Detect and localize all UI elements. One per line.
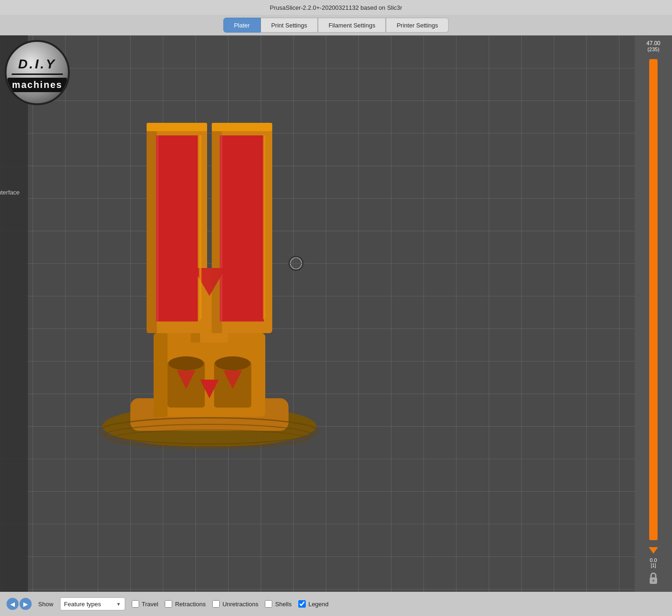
retractions-label: Retractions: [175, 601, 206, 608]
svg-rect-24: [147, 123, 207, 131]
nav-prev-button[interactable]: ◀: [7, 598, 19, 610]
ruler-bottom-value: 0.0: [650, 557, 657, 563]
svg-rect-22: [220, 135, 264, 321]
legend-checkbox-group: Legend: [298, 600, 329, 608]
svg-rect-19: [156, 135, 159, 321]
feature-types-label: Feature types: [64, 601, 114, 608]
ruler-top-sub: (235): [647, 47, 659, 52]
shells-checkbox-group: Shells: [265, 600, 291, 608]
svg-rect-23: [220, 135, 222, 321]
logo-machines-text: machines: [12, 80, 62, 90]
ruler-top-value: 47.00: [646, 40, 660, 47]
navigation-arrows: ◀ ▶: [7, 598, 32, 610]
svg-point-10: [215, 356, 250, 370]
svg-rect-25: [212, 123, 272, 131]
tab-filament-settings[interactable]: Filament Settings: [318, 18, 386, 33]
svg-rect-17: [147, 128, 157, 333]
tab-bar: Plater Print Settings Filament Settings …: [0, 15, 672, 35]
travel-label: Travel: [142, 601, 159, 608]
ruler-arrow-down[interactable]: [649, 547, 658, 554]
ruler-bottom-sub: [1]: [651, 563, 656, 568]
tab-print-settings[interactable]: Print Settings: [261, 18, 318, 33]
nav-next-button[interactable]: ▶: [20, 598, 32, 610]
retractions-checkbox[interactable]: [165, 600, 172, 608]
svg-rect-6: [154, 333, 168, 417]
feature-types-dropdown[interactable]: Feature types ▼: [60, 597, 125, 610]
app-title: PrusaSlicer-2.2.0+-20200321132 based on …: [270, 4, 402, 11]
main-viewport-area: nterface D.I.Y machines: [0, 35, 672, 592]
bottom-toolbar: ◀ ▶ Show Feature types ▼ Travel Retracti…: [0, 592, 672, 616]
shells-label: Shells: [275, 601, 291, 608]
sidebar-interface-label: nterface: [0, 189, 20, 196]
tab-plater[interactable]: Plater: [223, 18, 261, 33]
unretractions-label: Unretractions: [222, 601, 258, 608]
dropdown-arrow-icon: ▼: [116, 602, 121, 607]
logo-diy-text: D.I.Y: [18, 57, 56, 72]
svg-point-9: [168, 356, 204, 370]
svg-rect-27: [199, 135, 202, 319]
3d-model: [93, 63, 326, 459]
3d-viewport[interactable]: nterface D.I.Y machines: [0, 35, 635, 592]
travel-checkbox-group: Travel: [132, 600, 159, 608]
travel-checkbox[interactable]: [132, 600, 139, 608]
right-ruler-panel: 47.00 (235) 0.0 [1]: [635, 35, 672, 592]
titlebar: PrusaSlicer-2.2.0+-20200321132 based on …: [0, 0, 672, 15]
legend-checkbox[interactable]: [298, 600, 306, 608]
model-svg: [93, 63, 326, 459]
ruler-bar[interactable]: [649, 59, 658, 540]
unretractions-checkbox[interactable]: [212, 600, 220, 608]
diy-machines-logo: D.I.Y machines: [5, 40, 70, 105]
show-label: Show: [38, 601, 54, 608]
unretractions-checkbox-group: Unretractions: [212, 600, 258, 608]
left-sidebar: nterface: [0, 35, 28, 592]
svg-point-34: [652, 580, 655, 582]
retractions-checkbox-group: Retractions: [165, 600, 206, 608]
legend-label: Legend: [309, 601, 329, 608]
tab-printer-settings[interactable]: Printer Settings: [386, 18, 449, 33]
shells-checkbox[interactable]: [265, 600, 272, 608]
svg-rect-18: [156, 135, 198, 321]
lock-icon[interactable]: [648, 572, 659, 587]
svg-rect-28: [263, 135, 265, 319]
